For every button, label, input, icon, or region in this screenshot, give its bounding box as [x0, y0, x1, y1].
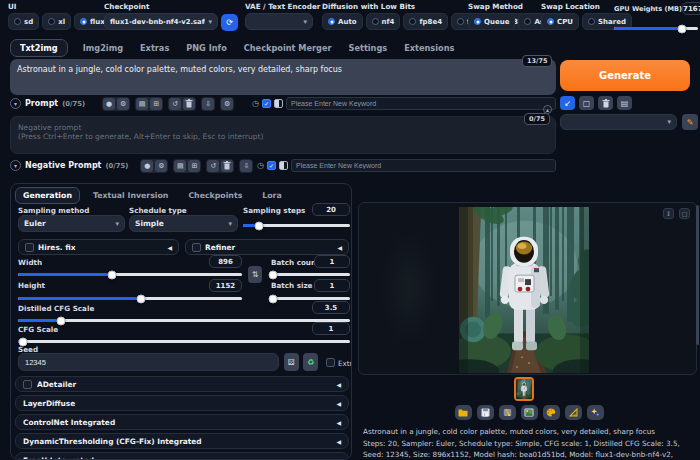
negative-enabled-checkbox[interactable]: ✓: [267, 161, 276, 170]
batch-count-slider[interactable]: [271, 273, 350, 276]
tab-extensions[interactable]: Extensions: [402, 40, 456, 56]
prompt-add-button[interactable]: ⊞: [150, 98, 162, 110]
height-slider[interactable]: [18, 297, 242, 300]
checkpoint-dropdown[interactable]: flux1-dev-bnb-nf4-v2.safetensors ▾: [104, 13, 218, 30]
dynamic-thresholding-accordion[interactable]: DynamicThresholding (CFG-Fix) Integrated…: [15, 433, 349, 449]
clear-prompt-button[interactable]: [598, 96, 613, 110]
style-apply-button[interactable]: ▤: [617, 96, 632, 110]
negative-collapse-button[interactable]: ▾: [10, 160, 21, 171]
distilled-cfg-value[interactable]: 3.5: [312, 301, 350, 314]
styles-dropdown[interactable]: ▾: [560, 114, 677, 130]
layerdiffuse-accordion[interactable]: LayerDiffuse ◀: [15, 395, 349, 411]
reuse-seed-button[interactable]: ♻: [303, 353, 318, 371]
cfg-scale-slider[interactable]: [18, 340, 350, 343]
distilled-cfg-slider[interactable]: [18, 319, 350, 322]
checkpoint-refresh-button[interactable]: ⟳: [221, 14, 238, 31]
prompt-collapse-button[interactable]: ▾: [10, 98, 21, 109]
adetailer-accordion[interactable]: ADetailer ◀: [15, 376, 349, 392]
swap-dimensions-button[interactable]: ⇅: [248, 266, 262, 283]
tab-textual-inversion[interactable]: Textual Inversion: [86, 188, 175, 203]
negative-add-button[interactable]: ⊞: [188, 160, 200, 172]
tab-checkpoints[interactable]: Checkpoints: [181, 188, 249, 203]
width-value[interactable]: 896: [209, 255, 242, 268]
vae-dropdown[interactable]: ▾: [245, 13, 313, 30]
schedule-type-dropdown[interactable]: Simple ▾: [129, 215, 238, 232]
gpu-weights-value[interactable]: 7167: [682, 2, 700, 15]
edit-styles-button[interactable]: ✎: [682, 114, 698, 130]
low-bits-fp8e4[interactable]: fp8e4: [403, 13, 448, 30]
ui-mode-sd[interactable]: sd: [8, 13, 39, 30]
negative-split-checkbox[interactable]: [279, 161, 288, 170]
prompt-clear-button[interactable]: [183, 98, 195, 110]
paste-params-button[interactable]: ↙: [560, 96, 575, 110]
tab-lora[interactable]: Lora: [255, 188, 288, 203]
batch-size-slider[interactable]: [271, 297, 350, 300]
negative-translate-button[interactable]: ●: [141, 160, 153, 172]
hires-fix-accordion[interactable]: Hires. fix ◀: [18, 239, 179, 255]
scrollbar[interactable]: [696, 205, 699, 345]
tab-extras[interactable]: Extras: [138, 40, 171, 56]
tab-settings[interactable]: Settings: [347, 40, 390, 56]
prompt-keyword-input[interactable]: [286, 97, 556, 110]
seed-input[interactable]: [18, 353, 279, 371]
tab-img2img[interactable]: Img2img: [81, 40, 125, 56]
sampling-steps-slider[interactable]: [243, 224, 350, 227]
spaces-button[interactable]: [587, 405, 604, 420]
batch-count-value[interactable]: 1: [314, 255, 350, 268]
freeu-accordion[interactable]: FreeU Integrated ◀: [15, 452, 349, 460]
history-clock-icon[interactable]: ◷: [257, 161, 264, 170]
tab-txt2img[interactable]: Txt2img: [10, 39, 68, 57]
history-clock-icon[interactable]: ◷: [252, 99, 259, 108]
prompt-textarea[interactable]: Astronaut in a jungle, cold color palett…: [10, 59, 556, 95]
fullscreen-button[interactable]: ▢: [679, 208, 690, 219]
width-slider[interactable]: [18, 273, 242, 276]
low-bits-auto[interactable]: Auto: [322, 13, 363, 30]
send-to-extras-button[interactable]: [565, 405, 582, 420]
prompt-translate-button[interactable]: ●: [103, 98, 115, 110]
tab-checkpoint-merger[interactable]: Checkpoint Merger: [242, 40, 334, 56]
refiner-checkbox[interactable]: [192, 243, 201, 252]
prompt-image-button[interactable]: ▤: [136, 98, 148, 110]
gallery-thumbnail-selected[interactable]: [514, 377, 534, 401]
prompt-export-button[interactable]: ⇩: [202, 98, 214, 110]
negative-clear-button[interactable]: [221, 160, 233, 172]
send-to-inpaint-button[interactable]: [543, 405, 560, 420]
sampling-method-dropdown[interactable]: Euler ▾: [18, 215, 125, 232]
negative-undo-button[interactable]: ↺: [207, 160, 219, 172]
random-seed-button[interactable]: ⚄: [284, 353, 299, 371]
download-image-button[interactable]: ↧: [663, 208, 674, 219]
prompt-undo-button[interactable]: ↺: [169, 98, 181, 110]
tab-png-info[interactable]: PNG Info: [184, 40, 229, 56]
extra-seed-checkbox[interactable]: [326, 358, 335, 367]
save-zip-button[interactable]: [499, 405, 516, 420]
open-folder-button[interactable]: [455, 405, 472, 420]
send-to-img2img-button[interactable]: [521, 405, 538, 420]
controlnet-accordion[interactable]: ControlNet Integrated ◀: [15, 414, 349, 430]
ui-mode-xl[interactable]: xl: [42, 13, 71, 30]
negative-prompt-textarea[interactable]: [10, 116, 556, 154]
negative-keyword-input[interactable]: [291, 159, 556, 172]
batch-size-value[interactable]: 1: [314, 279, 350, 292]
height-value[interactable]: 1152: [209, 279, 242, 292]
keyword-enabled-checkbox[interactable]: ✓: [262, 99, 271, 108]
keyword-split-checkbox[interactable]: [274, 99, 283, 108]
negative-export-button[interactable]: ⇩: [240, 160, 252, 172]
prompt-config-button[interactable]: ⚙: [221, 98, 233, 110]
hires-fix-checkbox[interactable]: [25, 243, 34, 252]
gpu-weights-slider[interactable]: [614, 27, 698, 30]
generate-button[interactable]: Generate: [560, 60, 690, 91]
sampling-steps-value[interactable]: 20: [312, 203, 350, 216]
prompt-settings-button[interactable]: ⚙: [117, 98, 129, 110]
negative-image-button[interactable]: ▤: [174, 160, 186, 172]
save-image-button[interactable]: [477, 405, 494, 420]
skip-button[interactable]: ▢: [579, 96, 594, 110]
refiner-accordion[interactable]: Refiner ◀: [185, 239, 349, 255]
swap-location-cpu[interactable]: CPU: [541, 13, 579, 30]
tab-generation[interactable]: Generation: [15, 187, 80, 204]
negative-settings-button[interactable]: ⚙: [155, 160, 167, 172]
cfg-scale-value[interactable]: 1: [312, 322, 350, 335]
generated-image[interactable]: [459, 207, 589, 373]
low-bits-nf4[interactable]: nf4: [366, 13, 401, 30]
adetailer-checkbox[interactable]: [23, 380, 32, 389]
swap-method-queue[interactable]: Queue: [468, 13, 515, 30]
